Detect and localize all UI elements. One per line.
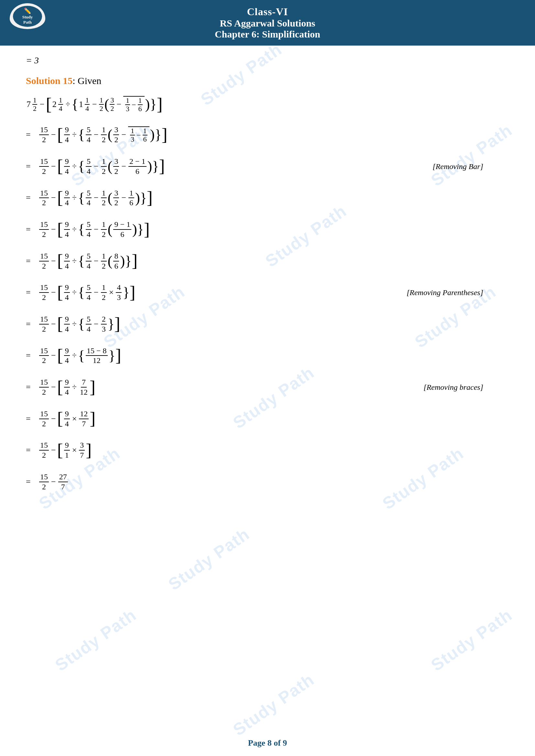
math-expr-3: 152 − [ 94 ÷ { 54 − 12 ( 32 − 2 − 16 ) }… [38,157,165,176]
page-footer: Page 8 of 9 [0,738,535,748]
page-header: ✏️ StudyPath Class-VI RS Aggarwal Soluti… [0,0,535,45]
math-expr-13: 152 − 277 [38,472,69,492]
math-row-2: = 152 − [ 94 ÷ { 54 − 12 ( 32 − 13 − 16 [26,125,509,145]
math-row-11: = 152 − [ 94 × 127 ] [26,409,509,429]
math-expr-5: 152 − [ 94 ÷ { 54 − 12 ( 9 − 16 ) } ] [38,220,150,239]
watermark-13: Study Path [229,670,318,740]
math-row-5: = 152 − [ 94 ÷ { 54 − 12 ( 9 − 16 ) } ] [26,220,509,239]
math-row-3: = 152 − [ 94 ÷ { 54 − 12 ( 32 − 2 − 16 )… [26,157,509,176]
solution-header: Solution 15: Given [26,75,509,86]
header-chapter: Chapter 6: Simplification [3,29,532,40]
note-removing-parentheses: [Removing Parentheses] [407,289,483,296]
page-number: Page 8 of 9 [248,738,287,747]
math-expr-4: 152 − [ 94 ÷ { 54 − 12 ( 32 − 16 ) } ] [38,188,153,208]
math-expr-1: 7 12 − [ 2 14 ÷ { 1 14 − [26,96,162,113]
watermark-11: Study Path [51,605,140,675]
watermark-10: Study Path [165,524,253,594]
math-solution-block: 7 12 − [ 2 14 ÷ { 1 14 − [26,96,509,492]
header-class: Class-VI [3,6,532,18]
math-row-6: = 152 − [ 94 ÷ { 54 − 12 ( 86 ) } ] [26,252,509,271]
math-expr-7: 152 − [ 94 ÷ { 54 − 12 × 43 } ] [38,283,135,302]
math-expr-8: 152 − [ 94 ÷ { 54 − 23 } ] [38,314,120,334]
math-expr-2: 152 − [ 94 ÷ { 54 − 12 ( 32 − 13 − 16 [38,125,167,145]
math-row-4: = 152 − [ 94 ÷ { 54 − 12 ( 32 − 16 ) } ] [26,188,509,208]
math-expr-12: 152 − [ 91 × 37 ] [38,441,92,460]
math-row-12: = 152 − [ 91 × 37 ] [26,441,509,460]
math-expr-9: 152 − [ 94 ÷ { 15 − 812 } ] [38,346,121,365]
solution-label: Solution 15 [26,75,72,86]
math-row-10: = 152 − [ 94 ÷ 712 ] [Removing braces] [26,378,509,397]
math-expr-6: 152 − [ 94 ÷ { 54 − 12 ( 86 ) } ] [38,252,137,271]
equals-3-line: = 3 [26,55,509,66]
logo-text: StudyPath [22,14,33,25]
math-expr-10: 152 − [ 94 ÷ 712 ] [38,378,96,397]
math-row-8: = 152 − [ 94 ÷ { 54 − 23 } ] [26,314,509,334]
main-content: = 3 Solution 15: Given 7 12 − [ 2 14 [0,45,535,523]
math-row-9: = 152 − [ 94 ÷ { 15 − 812 } ] [26,346,509,365]
math-expr-11: 152 − [ 94 × 127 ] [38,409,96,429]
note-removing-braces: [Removing braces] [423,383,483,391]
solution-suffix: : Given [72,75,101,86]
watermark-12: Study Path [428,605,516,675]
header-solutions: RS Aggarwal Solutions [3,18,532,29]
math-row-7: = 152 − [ 94 ÷ { 54 − 12 × 43 } ] [Remov… [26,283,509,302]
math-row-13: = 152 − 277 [26,472,509,492]
note-removing-bar: [Removing Bar] [433,163,483,170]
math-row-1: 7 12 − [ 2 14 ÷ { 1 14 − [26,96,509,113]
logo-pen-icon: ✏️ [24,8,31,14]
